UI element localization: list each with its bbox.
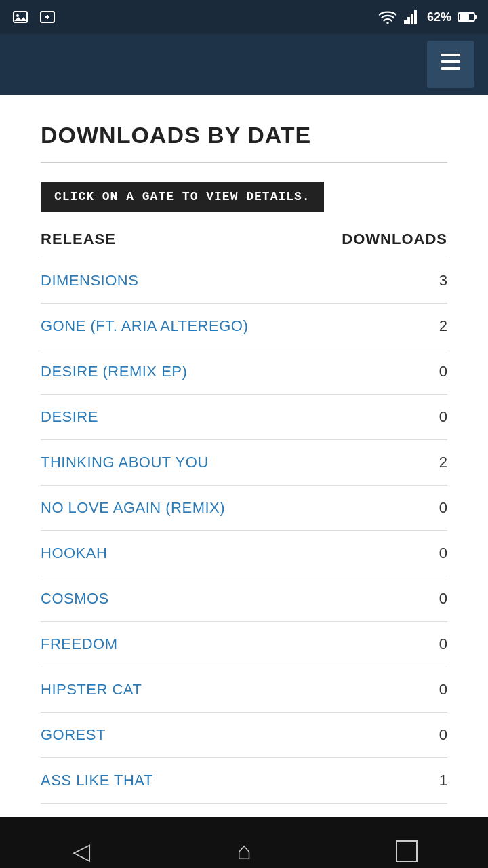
table-row[interactable]: FREEDOM0 <box>41 622 447 667</box>
svg-rect-9 <box>414 10 417 24</box>
table-row[interactable]: GONE (FT. ARIA ALTEREGO)2 <box>41 304 447 349</box>
wifi-icon <box>378 9 397 24</box>
table-row[interactable]: COSMOS0 <box>41 576 447 622</box>
recent-button[interactable] <box>386 831 427 868</box>
table-header: RELEASE DOWNLOADS <box>41 231 447 258</box>
row-download-count: 0 <box>380 726 447 744</box>
home-icon: ⌂ <box>237 837 251 865</box>
battery-percent: 62% <box>427 10 451 24</box>
header <box>0 34 488 95</box>
battery-icon <box>458 12 477 22</box>
table-row[interactable]: HIPSTER CAT0 <box>41 667 447 713</box>
table-row[interactable]: THINKING ABOUT YOU2 <box>41 440 447 486</box>
row-download-count: 0 <box>380 363 447 380</box>
row-release-label: THINKING ABOUT YOU <box>41 454 209 471</box>
table-body: DIMENSIONS3GONE (FT. ARIA ALTEREGO)2DESI… <box>41 258 447 804</box>
svg-point-1 <box>16 14 19 17</box>
svg-rect-6 <box>404 20 407 24</box>
table-row[interactable]: ASS LIKE THAT1 <box>41 758 447 804</box>
column-downloads: DOWNLOADS <box>342 231 447 248</box>
list-icon <box>439 50 463 79</box>
bottom-nav: ◁ ⌂ <box>0 817 488 868</box>
row-release-label: DIMENSIONS <box>41 272 138 290</box>
row-download-count: 3 <box>380 272 447 290</box>
row-release-label: GONE (FT. ARIA ALTEREGO) <box>41 317 248 335</box>
status-bar: 62% <box>0 0 488 34</box>
table-row[interactable]: DIMENSIONS3 <box>41 258 447 304</box>
title-divider <box>41 162 447 163</box>
list-view-button[interactable] <box>427 41 474 88</box>
svg-rect-14 <box>441 60 460 63</box>
recent-icon <box>396 840 418 862</box>
row-download-count: 2 <box>380 317 447 335</box>
svg-rect-13 <box>441 54 460 56</box>
row-release-label: FREEDOM <box>41 635 118 653</box>
status-icons-left <box>11 7 57 26</box>
svg-rect-11 <box>460 14 469 20</box>
row-release-label: HOOKAH <box>41 545 107 562</box>
row-download-count: 0 <box>380 590 447 608</box>
main-content: DOWNLOADS BY DATE CLICK ON A GATE TO VIE… <box>0 95 488 817</box>
row-download-count: 0 <box>380 635 447 653</box>
svg-rect-7 <box>407 17 410 24</box>
row-release-label: DESIRE (REMIX EP) <box>41 363 187 380</box>
table-row[interactable]: GOREST0 <box>41 713 447 758</box>
row-download-count: 2 <box>380 454 447 471</box>
row-download-count: 0 <box>380 408 447 426</box>
table-row[interactable]: NO LOVE AGAIN (REMIX)0 <box>41 486 447 531</box>
row-download-count: 1 <box>380 772 447 789</box>
row-download-count: 0 <box>380 545 447 562</box>
row-release-label: ASS LIKE THAT <box>41 772 153 789</box>
table-row[interactable]: HOOKAH0 <box>41 531 447 576</box>
row-release-label: COSMOS <box>41 590 109 608</box>
svg-rect-12 <box>474 15 477 19</box>
row-download-count: 0 <box>380 681 447 698</box>
back-button[interactable]: ◁ <box>61 831 102 868</box>
row-download-count: 0 <box>380 499 447 517</box>
page-title: DOWNLOADS BY DATE <box>41 122 447 149</box>
table-row[interactable]: DESIRE0 <box>41 395 447 440</box>
svg-point-5 <box>386 22 388 24</box>
row-release-label: GOREST <box>41 726 106 744</box>
status-indicators: 62% <box>378 9 477 24</box>
row-release-label: DESIRE <box>41 408 98 426</box>
signal-icon <box>404 9 420 24</box>
svg-rect-15 <box>441 67 460 70</box>
row-release-label: NO LOVE AGAIN (REMIX) <box>41 499 225 517</box>
column-release: RELEASE <box>41 231 116 248</box>
image-icon <box>11 7 30 26</box>
table-row[interactable]: DESIRE (REMIX EP)0 <box>41 349 447 395</box>
instruction-banner: CLICK ON A GATE TO VIEW DETAILS. <box>41 182 324 212</box>
back-icon: ◁ <box>73 837 90 865</box>
svg-rect-8 <box>411 14 413 24</box>
add-icon <box>38 7 57 26</box>
home-button[interactable]: ⌂ <box>224 831 264 868</box>
row-release-label: HIPSTER CAT <box>41 681 142 698</box>
